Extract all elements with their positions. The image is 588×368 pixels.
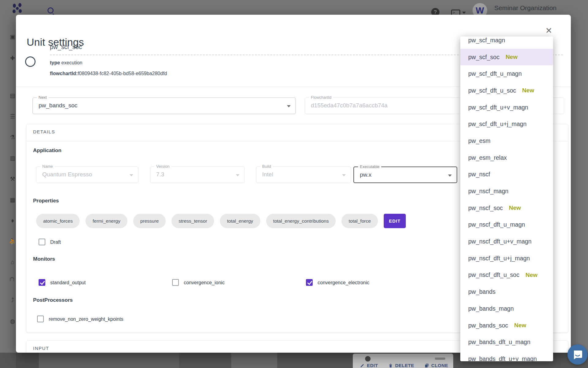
application-title: Application: [33, 148, 62, 154]
team-icon[interactable]: ⛫: [9, 276, 17, 283]
tag-icon[interactable]: ⬧: [9, 217, 17, 224]
menu-item-label: pw_scf_dft_u+v_magn: [468, 104, 528, 111]
menu-item-pw_nscf_magn[interactable]: pw_nscf_magn: [460, 183, 553, 200]
squares-icon[interactable]: ▣: [9, 33, 17, 40]
menu-item-pw_scf_dft_u_magn[interactable]: pw_scf_dft_u_magn: [460, 65, 553, 82]
unit-flowchart-id: flowchartId:f0809438-fc82-405b-bd58-e659…: [50, 71, 167, 76]
background-panel: [231, 353, 277, 368]
placeholder-bar: [435, 358, 445, 360]
trash-icon: [388, 363, 393, 368]
menu-item-pw_nscf_soc[interactable]: pw_nscf_socNew: [460, 200, 553, 217]
postprocessors-title: PostProcessors: [33, 297, 73, 303]
property-chip-total_energy_contributions: total_energy_contributions: [266, 214, 336, 228]
menu-item-pw_scf_dft_u+v_magn[interactable]: pw_scf_dft_u+v_magn: [460, 99, 553, 116]
field-label: Build: [260, 164, 273, 169]
input-header: INPUT: [33, 346, 49, 351]
menu-item-label: pw_scf_soc: [468, 54, 499, 61]
bank-icon[interactable]: ⌂: [9, 259, 17, 266]
menu-item-label: pw_esm_relax: [468, 154, 507, 161]
menu-item-pw_nscf[interactable]: pw_nscf: [460, 166, 553, 183]
property-chip-atomic_forces: atomic_forces: [36, 214, 80, 228]
menu-item-label: pw_scf_dft_u_soc: [468, 87, 516, 94]
build-select[interactable]: BuildIntel: [256, 167, 351, 183]
name-select[interactable]: NameQuantum Espresso: [36, 167, 138, 183]
unit-node-icon: [25, 56, 36, 67]
list-icon[interactable]: ☰: [9, 113, 17, 120]
background-action-card: EDITDELETECLONE: [353, 354, 453, 368]
property-chip-stress_tensor: stress_tensor: [172, 214, 214, 228]
edit-properties-button[interactable]: EDIT: [384, 214, 406, 228]
menu-item-pw_bands_dft_u+v_magn[interactable]: pw_bands_dft_u+v_magn: [460, 351, 553, 361]
menu-item-pw_scf_soc[interactable]: pw_scf_socNew: [460, 49, 553, 66]
menu-item-pw_nscf_dft_u_soc[interactable]: pw_nscf_dft_u_socNew: [460, 267, 553, 284]
wrench-icon[interactable]: ⚒: [9, 175, 17, 182]
copy-icon[interactable]: ▤: [9, 92, 17, 99]
menu-item-label: pw_nscf_dft_u_soc: [468, 271, 519, 278]
chat-bubble-icon: [572, 349, 583, 360]
next-select-label: Next: [37, 95, 49, 100]
flowchart-id-label: flowchartId:: [50, 71, 78, 76]
flowchartid-input-label: FlowchartId: [309, 95, 333, 100]
details-header: DETAILS: [33, 129, 55, 134]
menu-item-pw_bands_soc[interactable]: pw_bands_socNew: [460, 317, 553, 334]
executable-select[interactable]: Executablepw.x: [353, 167, 457, 183]
menu-item-pw_scf_magn[interactable]: pw_scf_magn: [460, 36, 553, 49]
menu-item-label: pw_nscf_dft_u_magn: [468, 221, 525, 228]
background-delete-button: DELETE: [388, 363, 414, 368]
convergence_ionic-checkbox[interactable]: [172, 279, 179, 286]
screen: ▣✚▤☰⚗▥⚒▦⬧⛹⌂⛫⤴◍ ? >_ W Seminar Organizati…: [0, 0, 588, 368]
share-icon[interactable]: ⤴: [9, 297, 17, 304]
property-chip-pressure: pressure: [133, 214, 166, 228]
chevron-down-icon: [342, 174, 346, 176]
menu-item-label: pw_nscf_soc: [468, 205, 503, 212]
convergence_electronic-label: convergence_electronic: [318, 280, 369, 286]
menu-item-pw_esm[interactable]: pw_esm: [460, 132, 553, 149]
flask-icon[interactable]: ⚗: [9, 134, 17, 141]
convergence_electronic-checkbox[interactable]: [306, 279, 313, 286]
plus-icon[interactable]: ✚: [9, 55, 17, 62]
menu-item-label: pw_esm: [468, 137, 491, 144]
draft-checkbox[interactable]: [39, 239, 45, 245]
close-icon[interactable]: ✕: [542, 24, 556, 37]
menu-item-pw_nscf_dft_u+v_magn[interactable]: pw_nscf_dft_u+v_magn: [460, 233, 553, 250]
doc-icon[interactable]: ▥: [9, 155, 17, 162]
menu-item-pw_nscf_dft_u+j_magn[interactable]: pw_nscf_dft_u+j_magn: [460, 250, 553, 267]
users-icon[interactable]: ⛹: [9, 238, 17, 245]
field-label: Version: [154, 164, 171, 169]
menu-item-pw_esm_relax[interactable]: pw_esm_relax: [460, 149, 553, 166]
menu-item-pw_bands_magn[interactable]: pw_bands_magn: [460, 300, 553, 317]
menu-item-label: pw_bands_dft_u_magn: [468, 339, 530, 346]
field-value: 7.3: [156, 171, 164, 178]
field-label: Executable: [358, 164, 381, 169]
background-action-buttons: EDITDELETECLONE: [360, 363, 448, 368]
menu-item-pw_bands[interactable]: pw_bands: [460, 283, 553, 300]
media-icon[interactable]: ▦: [9, 196, 17, 203]
property-chip-fermi_energy: fermi_energy: [85, 214, 127, 228]
remove_non_zero_weight_kpoints-checkbox[interactable]: [37, 316, 44, 322]
field-value: pw.x: [360, 171, 371, 178]
menu-item-pw_scf_dft_u+j_magn[interactable]: pw_scf_dft_u+j_magn: [460, 116, 553, 132]
menu-item-pw_scf_dft_u_soc[interactable]: pw_scf_dft_u_socNew: [460, 82, 553, 99]
next-select-menu: pw_scf_magnpw_scf_socNewpw_scf_dft_u_mag…: [460, 36, 553, 361]
new-badge: New: [522, 87, 534, 94]
unit-type-label: type: [50, 60, 60, 65]
chevron-down-icon: [287, 105, 291, 107]
background-edit-button: EDIT: [360, 363, 378, 368]
properties-chips: atomic_forcesfermi_energypressurestress_…: [36, 214, 406, 228]
chevron-down-icon: [236, 174, 239, 176]
globe-icon[interactable]: ◍: [9, 318, 17, 325]
standard_output-checkbox[interactable]: [39, 279, 45, 286]
menu-item-label: pw_nscf: [468, 171, 490, 178]
convergence_ionic-label: convergence_ionic: [184, 280, 224, 286]
app-logo-icon: [12, 2, 23, 13]
draft-label: Draft: [50, 240, 61, 245]
next-select[interactable]: Next pw_bands_soc: [32, 98, 296, 114]
field-label: Name: [40, 164, 55, 169]
unit-type-value: execution: [60, 60, 82, 65]
version-select[interactable]: Version7.3: [150, 167, 245, 183]
chat-fab-button[interactable]: [567, 344, 588, 365]
menu-item-pw_bands_dft_u_magn[interactable]: pw_bands_dft_u_magn: [460, 334, 553, 351]
menu-item-pw_nscf_dft_u_magn[interactable]: pw_nscf_dft_u_magn: [460, 217, 553, 233]
search-icon[interactable]: [47, 7, 54, 13]
monitors-title: Monitors: [33, 256, 55, 262]
